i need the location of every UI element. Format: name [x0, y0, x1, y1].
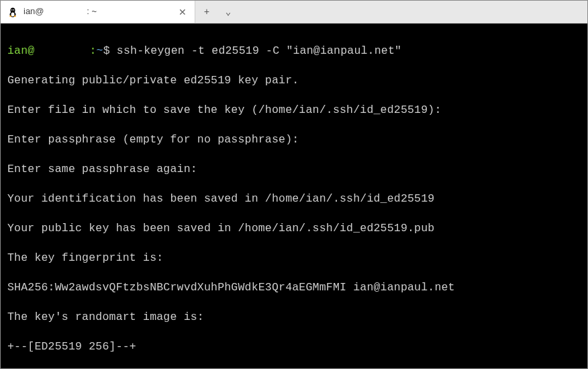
output-line: Generating public/private ed25519 key pa… — [7, 73, 581, 88]
tux-icon — [7, 7, 18, 17]
prompt-dollar: $ — [103, 44, 110, 57]
svg-point-3 — [11, 9, 13, 10]
prompt-colon: : — [89, 44, 96, 57]
new-tab-button[interactable]: + — [201, 6, 213, 18]
svg-point-7 — [9, 15, 12, 17]
output-line: SHA256:Ww2awdsvQFtzbsNBCrwvdXuhPhGWdkE3Q… — [7, 280, 581, 295]
output-line: Enter passphrase (empty for no passphras… — [7, 132, 581, 147]
prompt-line: ian@:~$ ssh-keygen -t ed25519 -C "ian@ia… — [7, 44, 581, 58]
tab-title: ian@ : ~ — [23, 6, 172, 17]
svg-point-6 — [13, 9, 14, 10]
svg-point-5 — [12, 9, 13, 10]
command-text: ssh-keygen -t ed25519 -C "ian@ianpaul.ne… — [117, 44, 401, 57]
output-line: The key's randomart image is: — [7, 310, 581, 325]
redacted-host-terminal — [34, 46, 89, 57]
svg-point-8 — [14, 15, 17, 17]
titlebar: ian@ : ~ ✕ + ⌄ — [1, 1, 587, 24]
redacted-host — [44, 7, 85, 17]
tab-controls: + ⌄ — [195, 1, 240, 23]
svg-point-4 — [13, 9, 15, 10]
output-line: Enter file in which to save the key (/ho… — [7, 103, 581, 118]
output-line: Your identification has been saved in /h… — [7, 192, 581, 206]
tab-dropdown-button[interactable]: ⌄ — [222, 6, 234, 18]
terminal-body[interactable]: ian@:~$ ssh-keygen -t ed25519 -C "ian@ia… — [1, 24, 587, 369]
prompt-path: ~ — [97, 44, 103, 57]
randomart-line: +--[ED25519 256]--+ — [7, 339, 581, 354]
close-icon[interactable]: ✕ — [177, 7, 188, 17]
prompt-user: ian@ — [7, 44, 34, 57]
tab-active[interactable]: ian@ : ~ ✕ — [1, 1, 195, 23]
output-line: The key fingerprint is: — [7, 251, 581, 265]
output-line: Enter same passphrase again: — [7, 162, 581, 177]
output-line: Your public key has been saved in /home/… — [7, 221, 581, 236]
